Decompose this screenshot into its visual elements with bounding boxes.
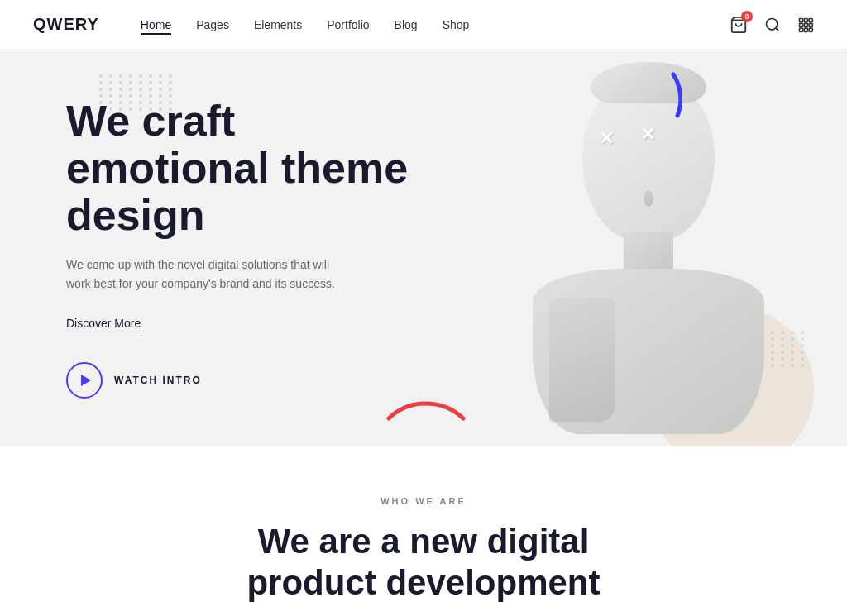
grid-icon bbox=[797, 17, 814, 33]
watch-intro-label: WATCH INTRO bbox=[114, 375, 202, 386]
hero-content: We craft emotional theme design We come … bbox=[66, 98, 447, 399]
play-circle-icon bbox=[66, 362, 103, 399]
nav-icons: 0 bbox=[730, 16, 814, 34]
svg-rect-9 bbox=[800, 28, 803, 31]
nav-item-home[interactable]: Home bbox=[141, 17, 171, 32]
nav-link-elements[interactable]: Elements bbox=[254, 18, 302, 31]
watch-intro-button[interactable]: WATCH INTRO bbox=[66, 362, 202, 399]
nav-link-blog[interactable]: Blog bbox=[395, 18, 418, 31]
nav-link-home[interactable]: Home bbox=[141, 18, 171, 35]
search-icon bbox=[764, 17, 781, 33]
svg-rect-10 bbox=[804, 28, 807, 31]
hero-title: We craft emotional theme design bbox=[66, 98, 447, 240]
svg-rect-11 bbox=[809, 28, 812, 31]
search-button[interactable] bbox=[764, 17, 781, 33]
who-section: WHO WE ARE We are a new digital product … bbox=[0, 446, 847, 616]
nav-item-portfolio[interactable]: Portfolio bbox=[327, 17, 369, 32]
section-title: We are a new digital product development… bbox=[192, 521, 655, 616]
blue-arc-decoration bbox=[607, 66, 682, 144]
logo[interactable]: QWERY bbox=[33, 15, 99, 34]
svg-rect-4 bbox=[804, 18, 807, 21]
hero-section: ✕ ✕ We craft emotional theme design We c… bbox=[0, 50, 847, 446]
svg-point-1 bbox=[767, 18, 778, 29]
svg-line-2 bbox=[776, 27, 779, 31]
svg-rect-8 bbox=[809, 23, 812, 26]
svg-rect-3 bbox=[800, 18, 803, 21]
nav-links: Home Pages Elements Portfolio Blog Shop bbox=[141, 17, 730, 32]
nav-item-blog[interactable]: Blog bbox=[395, 17, 418, 32]
navbar: QWERY Home Pages Elements Portfolio Blog… bbox=[0, 0, 847, 50]
svg-rect-6 bbox=[800, 23, 803, 26]
hero-description: We come up with the novel digital soluti… bbox=[66, 255, 347, 293]
svg-rect-5 bbox=[809, 18, 812, 21]
nav-link-pages[interactable]: Pages bbox=[196, 18, 229, 31]
nav-item-elements[interactable]: Elements bbox=[254, 17, 302, 32]
svg-rect-7 bbox=[804, 23, 807, 26]
blue-arc-svg bbox=[607, 66, 682, 141]
nav-item-shop[interactable]: Shop bbox=[443, 17, 470, 32]
cart-icon-wrap[interactable]: 0 bbox=[730, 16, 748, 34]
nav-item-pages[interactable]: Pages bbox=[196, 17, 229, 32]
play-triangle-icon bbox=[81, 375, 91, 386]
section-eyebrow: WHO WE ARE bbox=[33, 496, 814, 506]
grid-menu-button[interactable] bbox=[797, 17, 814, 33]
nav-link-portfolio[interactable]: Portfolio bbox=[327, 18, 369, 31]
nav-link-shop[interactable]: Shop bbox=[443, 18, 470, 31]
cart-badge: 0 bbox=[741, 11, 753, 22]
statue-nose bbox=[644, 190, 653, 207]
statue-drapery bbox=[549, 298, 615, 422]
discover-more-link[interactable]: Discover More bbox=[66, 317, 141, 332]
